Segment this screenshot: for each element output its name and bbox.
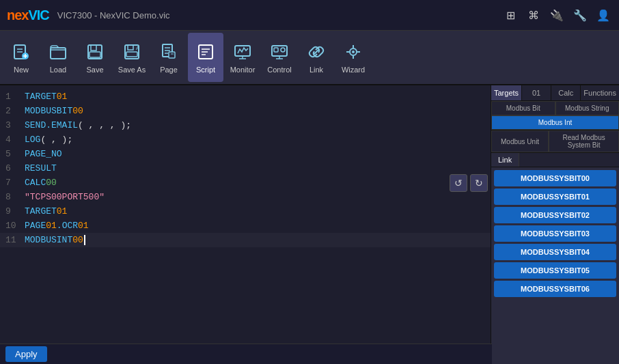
app-title: VIC7300 - NexVIC Demo.vic	[57, 10, 170, 20]
save-as-button[interactable]: A Save As	[114, 33, 150, 82]
svg-point-38	[352, 51, 355, 53]
code-line-11: 11 MODBUSINT00	[0, 233, 491, 247]
modbus-string-btn[interactable]: Modbus String	[555, 101, 620, 115]
svg-text:A: A	[136, 46, 139, 51]
script-label: Script	[196, 66, 215, 74]
new-button[interactable]: New	[3, 33, 39, 82]
undo-redo-controls: ↺ ↻	[450, 174, 488, 192]
code-line-2: 2 MODBUSBIT00	[0, 104, 491, 118]
svg-rect-18	[169, 52, 175, 58]
control-button[interactable]: Control	[262, 33, 297, 82]
code-line-7: 7 CALC00	[0, 176, 491, 190]
new-icon	[10, 41, 32, 63]
plug-icon[interactable]: 🔌	[548, 6, 566, 24]
apply-button[interactable]: Apply	[5, 346, 47, 362]
modbus-bit-btn[interactable]: Modbus Bit	[491, 101, 555, 115]
redo-button[interactable]: ↻	[470, 174, 488, 192]
device-item-0[interactable]: MODBUSSYSBIT00	[494, 170, 616, 186]
code-line-5: 5 PAGE_NO	[0, 147, 491, 161]
tab-row-1: Targets 01 Calc Functions	[491, 85, 619, 101]
wrench-icon[interactable]: 🔧	[571, 6, 589, 24]
tab-calc[interactable]: Calc	[551, 85, 581, 100]
logo-vic: VIC	[28, 8, 49, 23]
control-label: Control	[267, 66, 291, 74]
script-button[interactable]: Script	[188, 33, 223, 82]
new-label: New	[14, 66, 29, 74]
link-icon	[305, 41, 327, 63]
monitor-icon	[232, 41, 253, 63]
load-icon	[47, 41, 69, 63]
link-tab-row: Link	[491, 153, 619, 167]
code-line-3: 3 SEND.EMAIL( , , , );	[0, 118, 491, 132]
svg-rect-8	[91, 45, 96, 51]
device-item-2[interactable]: MODBUSSYSBIT02	[494, 207, 616, 223]
device-item-1[interactable]: MODBUSSYSBIT01	[494, 188, 616, 205]
app-logo: nexVIC	[7, 8, 49, 23]
svg-line-32	[314, 50, 318, 54]
main-area: 1 TARGET01 2 MODBUSBIT00 3 SEND.EMAIL( ,…	[0, 85, 619, 364]
save-button[interactable]: Save	[77, 33, 113, 82]
device-item-5[interactable]: MODBUSSYSBIT05	[494, 262, 616, 279]
device-list: MODBUSSYSBIT00 MODBUSSYSBIT01 MODBUSSYSB…	[491, 167, 619, 364]
grid-icon[interactable]: ⊞	[501, 6, 519, 24]
load-button[interactable]: Load	[40, 33, 76, 82]
modbus-int-btn[interactable]: Modbus Int	[491, 115, 619, 130]
wizard-label: Wizard	[342, 66, 365, 74]
code-line-4: 4 LOG( , );	[0, 132, 491, 147]
link-tab-btn[interactable]: Link	[491, 153, 519, 167]
svg-rect-12	[126, 52, 137, 57]
svg-rect-9	[90, 52, 100, 57]
code-line-10: 10 PAGE01.OCR01	[0, 219, 491, 233]
device-item-6[interactable]: MODBUSSYSBIT06	[494, 281, 616, 297]
link-button[interactable]: Link	[299, 33, 334, 82]
right-panel: Targets 01 Calc Functions Modbus Bit Mod…	[491, 85, 619, 364]
network-icon[interactable]: ⌘	[525, 6, 542, 24]
script-editor[interactable]: 1 TARGET01 2 MODBUSBIT00 3 SEND.EMAIL( ,…	[0, 85, 491, 364]
device-item-4[interactable]: MODBUSSYSBIT04	[494, 244, 616, 260]
modbus-unit-btn[interactable]: Modbus Unit	[491, 130, 549, 152]
device-item-3[interactable]: MODBUSSYSBIT03	[494, 225, 616, 242]
read-modbus-system-bit-btn[interactable]: Read Modbus System Bit	[549, 130, 619, 152]
page-label: Page	[160, 66, 178, 74]
modbus-type-row: Modbus Bit Modbus String Modbus Int	[491, 101, 619, 130]
svg-point-29	[281, 48, 285, 52]
code-line-1: 1 TARGET01	[0, 89, 491, 104]
script-icon	[195, 41, 217, 63]
toolbar: New Load Save A Save As Page Script Mon	[0, 31, 619, 85]
svg-rect-11	[128, 45, 133, 50]
wizard-button[interactable]: Wizard	[335, 33, 371, 82]
app-header: nexVIC VIC7300 - NexVIC Demo.vic ⊞ ⌘ 🔌 🔧…	[0, 0, 619, 31]
header-icons: ⊞ ⌘ 🔌 🔧 👤	[501, 6, 612, 24]
code-line-8: 8 "TCPS00PORT500"	[0, 190, 491, 204]
link-label: Link	[310, 66, 323, 74]
save-icon	[84, 41, 106, 63]
tab-targets[interactable]: Targets	[491, 85, 522, 100]
svg-rect-28	[274, 48, 278, 52]
tab-functions[interactable]: Functions	[581, 85, 619, 100]
load-label: Load	[50, 66, 66, 74]
code-line-9: 9 TARGET01	[0, 204, 491, 219]
user-icon[interactable]: 👤	[594, 6, 612, 24]
bottom-bar: Apply	[0, 344, 492, 364]
monitor-label: Monitor	[230, 66, 256, 74]
code-line-6: 6 RESULT	[0, 161, 491, 176]
save-label: Save	[86, 66, 103, 74]
save-as-label: Save As	[118, 66, 146, 74]
page-button[interactable]: Page	[151, 33, 187, 82]
logo-nex: nex	[7, 8, 28, 23]
page-icon	[158, 41, 180, 63]
monitor-button[interactable]: Monitor	[225, 33, 260, 82]
control-icon	[269, 41, 290, 63]
modbus-unit-row: Modbus Unit Read Modbus System Bit	[491, 130, 619, 153]
tab-01[interactable]: 01	[522, 85, 551, 100]
wizard-icon	[342, 41, 364, 63]
undo-button[interactable]: ↺	[450, 174, 467, 192]
save-as-icon: A	[121, 41, 143, 63]
